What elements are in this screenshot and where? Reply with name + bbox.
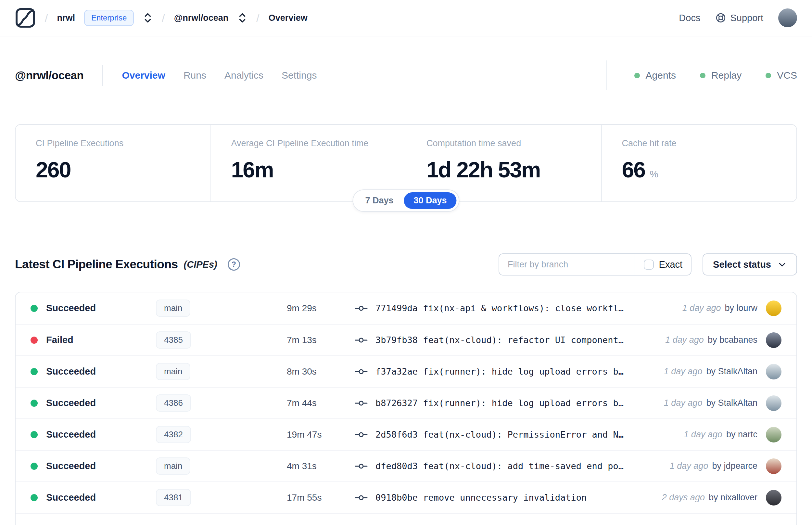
feature-agents[interactable]: Agents [634,70,676,81]
meta-cell: 1 day ago by lourw [683,300,781,316]
tab-overview[interactable]: Overview [122,70,165,81]
help-icon[interactable]: ? [228,258,240,271]
status-dot [31,400,38,407]
branch-pill: main [156,300,190,317]
tab-settings[interactable]: Settings [281,70,317,81]
cipe-controls: Exact Select status [499,253,797,275]
commit-hash: b8726327 [376,398,418,408]
status-dot [31,463,38,470]
author-avatar [766,332,781,348]
branch-cell: main [156,300,287,317]
status-text: Succeeded [46,429,96,440]
stat-cache-hit-rate: Cache hit rate 66 % [601,125,797,201]
table-row[interactable]: Failed 4385 7m 13s 3b79fb38 feat(nx-clou… [16,324,796,356]
top-navbar: / nrwl Enterprise / @nrwl/ocean / Overvi… [0,0,812,36]
table-row[interactable]: Succeeded 4386 7m 44s b8726327 fix(runne… [16,387,796,418]
breadcrumb-org[interactable]: nrwl [57,13,75,23]
breadcrumb-separator: / [162,12,165,24]
commit-message: fix(runner): hide log upload errors b… [423,398,624,408]
branch-filter-input[interactable] [499,254,634,275]
stats-section: CI Pipeline Executions 260 Average CI Pi… [15,124,797,202]
docs-link[interactable]: Docs [679,13,700,24]
navbar-right: Docs Support [679,9,797,27]
green-status-dot [766,73,771,78]
commit-hash: 2d58f6d3 [376,430,418,439]
range-30-days-button[interactable]: 30 Days [404,192,456,209]
commit-cell: b8726327 fix(runner): hide log upload er… [355,398,651,408]
range-7-days-button[interactable]: 7 Days [355,192,403,209]
status-cell: Failed [31,335,156,345]
stat-value: 16m [231,157,274,182]
time-ago: 1 day ago [683,303,721,313]
branch-pill: 4382 [156,426,191,443]
author-avatar [766,459,781,474]
table-row[interactable]: Succeeded 4382 19m 47s 2d58f6d3 feat(nx-… [16,418,796,450]
time-ago: 1 day ago [664,366,703,376]
green-status-dot [700,73,705,78]
status-cell: Succeeded [31,461,156,471]
meta-cell: 1 day ago by jdpearce [670,459,781,474]
cipe-title-group: Latest CI Pipeline Executions (CIPEs) ? [15,258,240,271]
table-row[interactable]: Succeeded main 4m 31s dfed80d3 feat(nx-c… [16,450,796,481]
commit-message: fix(nx-api & workflows): close workfl… [423,303,624,313]
table-row-partial [16,513,796,525]
status-select-label: Select status [713,259,771,270]
table-row[interactable]: Succeeded main 9m 29s 771499da fix(nx-ap… [16,292,796,324]
branch-cell: 4385 [156,331,287,349]
commit-cell: 0918b0be remove unnecessary invalidation [355,493,649,502]
stat-label: Average CI Pipeline Execution time [231,138,386,149]
green-status-dot [634,73,640,78]
git-commit-icon [355,305,368,312]
nx-cloud-logo-icon[interactable] [15,7,36,28]
commit-cell: 2d58f6d3 feat(nx-cloud): PermissionError… [355,430,671,439]
commit-hash: 0918b0be [376,493,418,502]
table-row[interactable]: Succeeded 4381 17m 55s 0918b0be remove u… [16,481,796,513]
header-divider [102,65,103,86]
feature-vcs[interactable]: VCS [766,70,797,81]
workspace-switcher-chevron-icon[interactable] [238,12,247,24]
commit-text: 771499da fix(nx-api & workflows): close … [376,303,624,313]
time-ago: 1 day ago [670,461,708,471]
branch-cell: main [156,457,287,475]
commit-text: b8726327 fix(runner): hide log upload er… [376,398,624,408]
author: by bcabanes [708,335,757,345]
feature-vcs-label: VCS [777,70,797,81]
workspace-header: @nrwl/ocean Overview Runs Analytics Sett… [15,60,797,90]
commit-text: 3b79fb38 feat(nx-cloud): refactor UI com… [376,335,624,345]
cipe-title: Latest CI Pipeline Executions [15,258,178,271]
exact-checkbox[interactable] [644,259,654,270]
branch-pill: 4381 [156,489,191,506]
breadcrumb-separator: / [256,12,259,24]
breadcrumb-page: Overview [269,13,308,23]
branch-filter-group: Exact [499,253,691,275]
status-text: Succeeded [46,397,96,408]
user-avatar[interactable] [778,9,797,27]
status-text: Succeeded [46,366,96,377]
commit-message: fix(runner): hide log upload errors b… [423,366,624,376]
stat-suffix: % [649,169,658,180]
author: by nartc [726,430,757,439]
branch-cell: 4381 [156,489,287,506]
tab-runs[interactable]: Runs [184,70,206,81]
commit-cell: 771499da fix(nx-api & workflows): close … [355,303,670,313]
duration-cell: 7m 13s [287,335,355,345]
branch-pill: 4385 [156,331,191,349]
time-ago: 1 day ago [665,335,704,345]
feature-replay[interactable]: Replay [700,70,741,81]
author-avatar [766,364,781,379]
support-link[interactable]: Support [715,12,763,24]
tab-analytics[interactable]: Analytics [225,70,263,81]
status-select-dropdown[interactable]: Select status [703,253,797,275]
meta-cell: 1 day ago by StalkAltan [664,364,781,379]
status-dot [31,336,38,344]
commit-cell: 3b79fb38 feat(nx-cloud): refactor UI com… [355,335,652,345]
table-row[interactable]: Succeeded main 8m 30s f37a32ae fix(runne… [16,356,796,387]
org-switcher-chevron-icon[interactable] [143,12,153,24]
git-commit-icon [355,494,368,501]
git-commit-icon [355,368,368,375]
status-text: Succeeded [46,492,96,503]
time-ago: 1 day ago [664,398,703,408]
commit-hash: f37a32ae [376,366,418,376]
breadcrumb-workspace[interactable]: @nrwl/ocean [174,13,228,23]
meta-cell: 1 day ago by StalkAltan [664,395,781,411]
